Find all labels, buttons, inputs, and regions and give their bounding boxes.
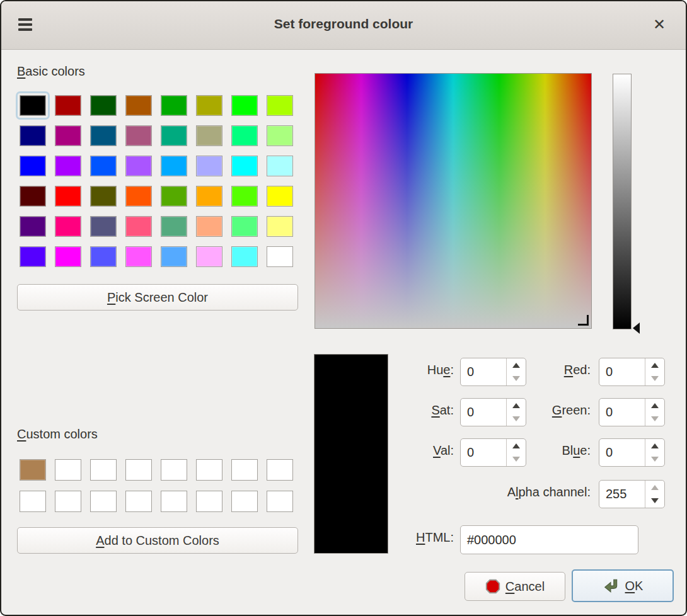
spin-down-icon[interactable] <box>645 494 664 508</box>
color-swatch[interactable] <box>125 156 152 176</box>
color-swatch[interactable] <box>196 95 222 116</box>
stop-octagon-icon <box>485 579 500 594</box>
color-swatch[interactable] <box>55 125 81 146</box>
color-swatch[interactable] <box>55 491 81 512</box>
red-value[interactable]: 0 <box>599 358 645 385</box>
green-label: Green: <box>487 403 591 418</box>
color-swatch[interactable] <box>161 156 187 176</box>
color-swatch[interactable] <box>231 246 258 267</box>
html-input[interactable]: #000000 <box>460 525 638 554</box>
color-swatch[interactable] <box>55 459 81 481</box>
color-swatch[interactable] <box>267 459 293 481</box>
color-swatch[interactable] <box>231 216 258 237</box>
blue-label: Blue: <box>487 443 591 458</box>
color-swatch[interactable] <box>20 459 46 481</box>
spin-down-icon[interactable] <box>645 453 664 467</box>
color-swatch[interactable] <box>267 95 293 116</box>
color-swatch[interactable] <box>196 216 222 237</box>
alpha-spinbox[interactable]: 255 <box>599 480 665 508</box>
color-crosshair[interactable] <box>578 324 589 326</box>
spin-up-icon[interactable] <box>645 399 664 413</box>
color-swatch[interactable] <box>196 246 222 267</box>
red-label: Red: <box>487 363 591 377</box>
basic-colors-heading: Basic colors <box>17 64 85 79</box>
color-swatch[interactable] <box>90 491 117 512</box>
color-swatch[interactable] <box>196 186 222 207</box>
color-swatch[interactable] <box>161 459 187 481</box>
color-swatch[interactable] <box>90 125 117 146</box>
spin-up-icon[interactable] <box>645 358 664 372</box>
color-swatch[interactable] <box>90 95 117 116</box>
value-slider[interactable] <box>613 74 632 329</box>
color-swatch[interactable] <box>125 95 152 116</box>
color-swatch[interactable] <box>55 95 81 116</box>
spin-up-icon[interactable] <box>645 439 664 453</box>
color-swatch[interactable] <box>196 491 222 512</box>
color-swatch[interactable] <box>20 156 46 176</box>
ok-button[interactable]: OK <box>572 569 674 602</box>
color-swatch[interactable] <box>267 186 293 207</box>
spin-down-icon[interactable] <box>645 372 664 386</box>
color-swatch[interactable] <box>20 491 46 512</box>
color-swatch[interactable] <box>90 216 117 237</box>
add-to-custom-colors-button[interactable]: Add to Custom Colors <box>17 527 298 554</box>
color-swatch[interactable] <box>196 125 222 146</box>
color-swatch[interactable] <box>20 95 46 116</box>
basic-colors-grid <box>20 95 293 267</box>
pick-screen-color-button[interactable]: Pick Screen Color <box>17 284 298 311</box>
color-swatch[interactable] <box>90 459 117 481</box>
value-slider-arrow[interactable] <box>633 322 640 334</box>
color-swatch[interactable] <box>161 246 187 267</box>
color-swatch[interactable] <box>231 459 258 481</box>
color-swatch[interactable] <box>161 216 187 237</box>
color-swatch[interactable] <box>161 125 187 146</box>
color-swatch[interactable] <box>267 216 293 237</box>
color-swatch[interactable] <box>125 246 152 267</box>
color-swatch[interactable] <box>267 246 293 267</box>
color-swatch[interactable] <box>125 459 152 481</box>
color-swatch[interactable] <box>20 246 46 267</box>
blue-spinbox[interactable]: 0 <box>599 438 665 467</box>
color-swatch[interactable] <box>55 156 81 176</box>
color-swatch[interactable] <box>267 125 293 146</box>
color-swatch[interactable] <box>125 186 152 207</box>
cancel-button[interactable]: Cancel <box>465 572 565 601</box>
color-swatch[interactable] <box>90 156 117 176</box>
custom-colors-grid <box>20 459 293 512</box>
color-swatch[interactable] <box>125 125 152 146</box>
color-swatch[interactable] <box>55 186 81 207</box>
color-swatch[interactable] <box>20 125 46 146</box>
color-swatch[interactable] <box>161 186 187 207</box>
spin-down-icon[interactable] <box>645 413 664 426</box>
green-value[interactable]: 0 <box>599 399 645 426</box>
color-swatch[interactable] <box>90 246 117 267</box>
color-swatch[interactable] <box>231 95 258 116</box>
alpha-value[interactable]: 255 <box>599 481 645 508</box>
color-swatch[interactable] <box>55 216 81 237</box>
color-swatch[interactable] <box>231 491 258 512</box>
color-swatch[interactable] <box>231 186 258 207</box>
color-swatch[interactable] <box>267 491 293 512</box>
red-spinbox[interactable]: 0 <box>599 358 665 386</box>
color-swatch[interactable] <box>20 216 46 237</box>
titlebar[interactable]: Set foreground colour ✕ <box>1 1 686 50</box>
color-swatch[interactable] <box>20 186 46 207</box>
color-swatch[interactable] <box>55 246 81 267</box>
color-swatch[interactable] <box>267 156 293 176</box>
color-swatch[interactable] <box>196 459 222 481</box>
color-swatch[interactable] <box>161 95 187 116</box>
color-swatch[interactable] <box>231 125 258 146</box>
val-label: Val: <box>361 443 454 458</box>
color-swatch[interactable] <box>231 156 258 176</box>
green-spinbox[interactable]: 0 <box>599 398 665 426</box>
color-swatch[interactable] <box>125 216 152 237</box>
color-swatch[interactable] <box>125 491 152 512</box>
color-swatch[interactable] <box>196 156 222 176</box>
hue-label: Hue: <box>361 363 454 377</box>
hue-saturation-area[interactable] <box>315 73 592 329</box>
spin-up-icon[interactable] <box>645 481 664 494</box>
close-icon[interactable]: ✕ <box>650 15 668 34</box>
color-swatch[interactable] <box>90 186 117 207</box>
blue-value[interactable]: 0 <box>599 439 645 466</box>
color-swatch[interactable] <box>161 491 187 512</box>
